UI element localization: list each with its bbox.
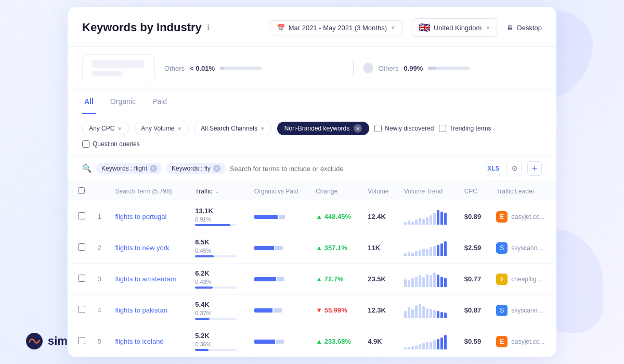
- keyword-fly-remove-icon[interactable]: ✕: [213, 165, 220, 172]
- trending-terms-filter[interactable]: Trending terms: [439, 125, 491, 132]
- divider: [353, 60, 354, 76]
- volume-num: 4.9K: [368, 337, 382, 345]
- cpc-value: $0.87: [464, 306, 482, 314]
- traffic-bar-container: 6.5K 0.45%: [195, 238, 241, 257]
- settings-button[interactable]: ⚙: [506, 161, 522, 176]
- leader-cell: ✈ cheapflig...: [496, 274, 550, 285]
- row-checkbox[interactable]: [78, 212, 85, 219]
- mini-bars: [404, 271, 452, 287]
- col-change: Change: [309, 182, 361, 201]
- row-traffic-leader: E easyjet.co...: [490, 326, 556, 357]
- row-cpc: $0.59: [458, 326, 490, 357]
- plus-icon: +: [532, 163, 538, 174]
- mini-bar: [404, 311, 407, 318]
- mini-bar: [430, 215, 432, 225]
- cpc-filter[interactable]: Any CPC ▼: [82, 122, 129, 135]
- organic-bar: [254, 246, 275, 250]
- term-link[interactable]: flights to portugal: [115, 213, 166, 220]
- row-checkbox-cell: [68, 232, 92, 264]
- row-term[interactable]: flights to iceland: [109, 326, 189, 357]
- search-actions: XLS ⚙ +: [486, 161, 542, 176]
- mini-bar: [411, 253, 414, 256]
- row-volume-trend: [398, 264, 458, 295]
- icon-circle: [363, 63, 373, 73]
- nonbranded-filter[interactable]: Non-Branded keywords ✕: [277, 122, 369, 135]
- row-term[interactable]: flights to amsterdam: [109, 264, 189, 295]
- summary-bar-fill-2: [428, 67, 436, 70]
- channels-filter[interactable]: All Search Channels ▼: [194, 122, 272, 135]
- term-link[interactable]: flights to pakistan: [115, 306, 167, 314]
- mini-bar: [408, 307, 410, 318]
- add-button[interactable]: +: [527, 161, 542, 176]
- traffic-pct: 0.36%: [195, 341, 241, 347]
- newly-discovered-checkbox[interactable]: [374, 125, 382, 132]
- date-picker[interactable]: 📅 Mar 2021 - May 2021 (3 Months) ▼: [270, 20, 402, 35]
- leader-name: easyjet.co...: [511, 213, 544, 220]
- mini-bar: [433, 310, 436, 318]
- col-cpc: CPC: [458, 182, 490, 201]
- organic-paid-bar: [254, 246, 304, 250]
- row-checkbox[interactable]: [78, 243, 85, 251]
- traffic-pct: 0.91%: [195, 216, 241, 223]
- newly-discovered-filter[interactable]: Newly discovered: [374, 125, 434, 132]
- row-checkbox[interactable]: [78, 337, 85, 344]
- traffic-num: 6.5K: [195, 238, 241, 246]
- question-queries-checkbox[interactable]: [82, 140, 89, 148]
- mini-bar: [440, 212, 443, 225]
- col-leader: Traffic Leader: [490, 182, 556, 201]
- row-checkbox[interactable]: [78, 275, 85, 282]
- table-row: 2flights to new york 6.5K 0.45% ▲ 357.1%…: [68, 232, 556, 264]
- term-link[interactable]: flights to amsterdam: [115, 275, 176, 283]
- paid-bar: [277, 277, 284, 281]
- mini-bar: [444, 313, 447, 318]
- row-term[interactable]: flights to new york: [109, 232, 189, 264]
- change-value: ▲ 448.45%: [316, 213, 351, 220]
- term-link[interactable]: flights to iceland: [115, 337, 163, 345]
- country-picker[interactable]: 🇬🇧 United Kingdom ▼: [412, 18, 497, 37]
- summary-value-2: 0.99%: [404, 64, 423, 72]
- country-label: United Kingdom: [434, 24, 482, 32]
- volume-filter[interactable]: Any Volume ▼: [134, 122, 189, 135]
- row-term[interactable]: flights to portugal: [109, 201, 189, 232]
- organic-bar: [254, 308, 272, 313]
- term-link[interactable]: flights to new york: [115, 244, 169, 252]
- col-traffic[interactable]: Traffic ↓: [189, 182, 248, 201]
- nonbranded-close-icon[interactable]: ✕: [354, 124, 362, 133]
- leader-icon: S: [496, 305, 508, 316]
- row-traffic-leader: S skyscann...: [490, 232, 556, 264]
- mini-bar: [440, 312, 443, 318]
- mini-bar: [426, 249, 428, 256]
- mini-bar: [422, 249, 425, 256]
- traffic-bar-bg: [195, 318, 237, 320]
- mini-bar: [415, 277, 418, 287]
- paid-bar: [279, 215, 285, 219]
- row-traffic: 6.2K 0.43%: [189, 264, 248, 295]
- traffic-num: 5.2K: [195, 332, 241, 340]
- info-icon[interactable]: ℹ: [207, 23, 210, 32]
- tab-paid[interactable]: Paid: [150, 90, 169, 114]
- tab-all[interactable]: All: [82, 90, 96, 114]
- keyword-flight-label: Keywords : flight: [101, 165, 147, 172]
- trending-terms-checkbox[interactable]: [439, 125, 446, 132]
- row-change: ▲ 72.7%: [309, 264, 361, 295]
- chevron-down-icon: ▼: [391, 25, 396, 31]
- row-term[interactable]: flights to pakistan: [109, 295, 189, 326]
- row-organic-paid: [248, 264, 310, 295]
- mini-bar: [440, 277, 443, 287]
- mini-bar: [433, 213, 436, 225]
- question-queries-filter[interactable]: Question queries: [82, 140, 140, 148]
- keyword-fly-label: Keywords : fly: [172, 165, 211, 172]
- row-checkbox[interactable]: [78, 306, 85, 313]
- col-term[interactable]: Search Term (5,798): [109, 182, 189, 201]
- export-excel-button[interactable]: XLS: [486, 161, 501, 176]
- row-traffic: 6.5K 0.45%: [189, 232, 248, 264]
- device-picker[interactable]: 🖥 Desktop: [506, 24, 542, 32]
- search-input[interactable]: [230, 165, 482, 173]
- keyword-flight-remove-icon[interactable]: ✕: [150, 165, 157, 172]
- leader-icon: E: [496, 336, 508, 347]
- row-volume: 12.3K: [361, 295, 398, 326]
- row-traffic: 5.4K 0.37%: [189, 295, 248, 326]
- mini-bars: [404, 303, 452, 318]
- select-all-checkbox[interactable]: [78, 187, 85, 194]
- tab-organic[interactable]: Organic: [108, 90, 138, 114]
